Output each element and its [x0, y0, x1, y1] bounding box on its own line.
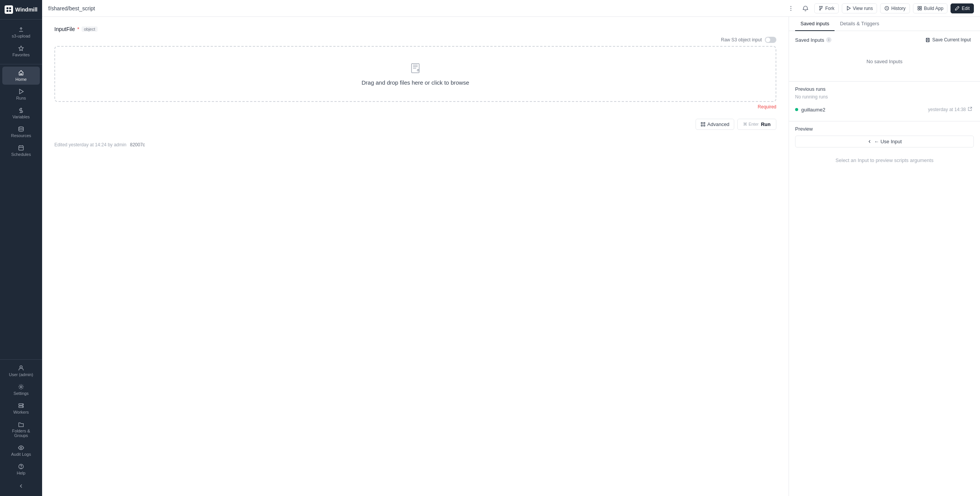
save-current-input-button[interactable]: Save Current Input	[922, 36, 974, 44]
svg-point-26	[820, 9, 820, 10]
use-input-label: ← Use Input	[874, 139, 902, 144]
back-icon	[18, 483, 24, 489]
action-row: Advanced ⌘ Enter Run	[54, 119, 776, 130]
svg-point-21	[791, 6, 791, 7]
run-time: yesterday at 14:38	[928, 107, 966, 112]
sidebar-label: User (admin)	[9, 372, 33, 377]
info-icon[interactable]: i	[826, 37, 831, 43]
history-icon	[884, 6, 889, 11]
svg-point-18	[20, 447, 22, 449]
tab-details-triggers[interactable]: Details & Triggers	[835, 17, 885, 31]
sidebar-item-variables[interactable]: Variables	[2, 104, 40, 122]
svg-rect-34	[701, 123, 702, 124]
build-app-button[interactable]: Build App	[913, 3, 948, 13]
table-row: guillaume2 yesterday at 14:38	[795, 103, 974, 116]
svg-marker-27	[847, 7, 850, 10]
help-icon	[18, 463, 24, 470]
sidebar-item-runs[interactable]: Runs	[2, 85, 40, 103]
sidebar-label: Runs	[16, 96, 26, 100]
fork-icon	[818, 6, 823, 11]
sidebar-label: Favorites	[12, 52, 29, 57]
view-runs-label: View runs	[853, 6, 873, 11]
svg-point-16	[23, 404, 23, 405]
advanced-button[interactable]: Advanced	[696, 119, 735, 130]
svg-rect-39	[927, 40, 929, 42]
fork-label: Fork	[825, 6, 835, 11]
build-app-label: Build App	[924, 6, 944, 11]
raw-toggle-label: Raw S3 object input	[721, 37, 762, 43]
right-panel: Saved inputs Details & Triggers Saved In…	[789, 17, 980, 496]
sidebar-item-workers[interactable]: Workers	[2, 399, 40, 417]
topbar-actions: Fork View runs History Build App	[785, 3, 974, 14]
eye-icon	[18, 445, 24, 451]
sidebar-item-user[interactable]: User (admin)	[2, 362, 40, 380]
upload-icon	[18, 26, 24, 33]
sidebar-item-audit-logs[interactable]: Audit Logs	[2, 442, 40, 460]
history-label: History	[891, 6, 905, 11]
sidebar-bottom-section: User (admin) Settings Workers Folders & …	[0, 359, 42, 496]
content: InputFile * object Raw S3 object input D…	[42, 17, 980, 496]
svg-rect-36	[704, 123, 705, 124]
svg-marker-4	[19, 46, 23, 51]
sidebar-item-folders-groups[interactable]: Folders & Groups	[2, 418, 40, 441]
svg-rect-31	[918, 8, 919, 10]
edit-button[interactable]: Edit	[951, 3, 974, 13]
commit-hash: 82007c	[130, 142, 145, 147]
svg-point-7	[19, 127, 23, 128]
sidebar-label: Home	[15, 77, 26, 82]
view-runs-button[interactable]: View runs	[842, 3, 877, 13]
advanced-icon	[701, 122, 706, 127]
sidebar-item-schedules[interactable]: Schedules	[2, 142, 40, 160]
input-label-text: InputFile	[54, 26, 75, 32]
external-link-icon[interactable]	[966, 105, 974, 114]
raw-toggle-row: Raw S3 object input	[54, 37, 776, 43]
raw-s3-toggle[interactable]	[765, 37, 776, 43]
svg-rect-3	[9, 10, 11, 12]
saved-inputs-title: Saved Inputs i	[795, 37, 831, 43]
bell-icon	[802, 5, 808, 11]
svg-rect-37	[704, 125, 705, 126]
history-button[interactable]: History	[880, 3, 910, 13]
database-icon	[18, 126, 24, 132]
back-button[interactable]	[0, 479, 42, 493]
svg-rect-8	[19, 146, 23, 150]
main: f/shared/best_script Fork	[42, 0, 980, 496]
no-saved-text: No saved Inputs	[795, 46, 974, 77]
svg-point-20	[21, 468, 21, 468]
panel-tabs: Saved inputs Details & Triggers	[789, 17, 980, 31]
save-current-input-label: Save Current Input	[932, 37, 971, 43]
dropzone[interactable]: Drag and drop files here or click to bro…	[54, 46, 776, 102]
previous-runs-section: Previous runs No running runs guillaume2…	[789, 82, 980, 121]
sidebar-item-settings[interactable]: Settings	[2, 381, 40, 399]
sidebar: Windmill s3-upload Favorites Home R	[0, 0, 42, 496]
svg-point-24	[820, 6, 820, 7]
run-button[interactable]: ⌘ Enter Run	[737, 119, 776, 130]
user-icon	[18, 365, 24, 371]
run-status-dot	[795, 108, 798, 111]
bell-button[interactable]	[800, 3, 811, 14]
svg-point-13	[20, 386, 22, 388]
sidebar-top-section: s3-upload Favorites	[0, 20, 42, 64]
fork-button[interactable]: Fork	[814, 3, 839, 13]
sidebar-item-home[interactable]: Home	[2, 67, 40, 85]
saved-inputs-header: Saved Inputs i Save Current Input	[795, 36, 974, 44]
sidebar-label: Settings	[13, 391, 29, 396]
edit-label: Edit	[962, 6, 970, 11]
svg-point-22	[791, 8, 791, 8]
sidebar-item-favorites[interactable]: Favorites	[2, 42, 40, 60]
input-label-row: InputFile * object	[54, 26, 776, 32]
more-button[interactable]	[785, 3, 797, 14]
save-icon	[925, 38, 930, 43]
run-shortcut: ⌘ Enter	[743, 122, 758, 127]
sidebar-label: Workers	[13, 410, 29, 414]
preview-hint: Select an Input to preview scripts argum…	[795, 151, 974, 169]
tab-saved-inputs[interactable]: Saved inputs	[795, 17, 835, 31]
home-icon	[18, 70, 24, 76]
use-input-button[interactable]: ← Use Input	[795, 136, 974, 147]
sidebar-item-s3upload[interactable]: s3-upload	[2, 23, 40, 41]
sidebar-item-help[interactable]: Help	[2, 460, 40, 478]
input-type-badge: object	[82, 26, 97, 32]
sidebar-label: Variables	[12, 115, 29, 119]
sidebar-label: Help	[17, 471, 26, 475]
sidebar-item-resources[interactable]: Resources	[2, 123, 40, 141]
